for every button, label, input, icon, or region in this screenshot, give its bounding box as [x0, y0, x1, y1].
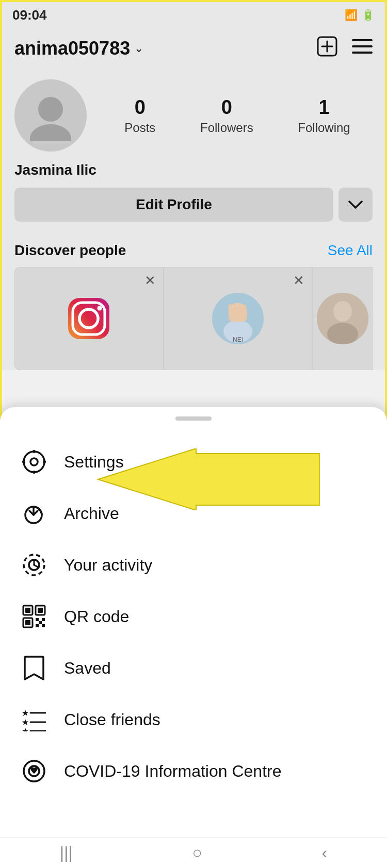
signal-icon: 📶	[345, 9, 358, 21]
covid-label: COVID-19 Information Centre	[64, 762, 282, 781]
settings-label: Settings	[64, 453, 124, 472]
close-friends-label: Close friends	[64, 710, 160, 729]
svg-rect-42	[25, 620, 30, 625]
profile-section: 0 Posts 0 Followers 1 Following Jasmina …	[2, 69, 385, 242]
svg-point-29	[22, 460, 25, 463]
svg-point-7	[30, 124, 71, 141]
discover-card-2[interactable]: ✕ NEI	[164, 267, 313, 370]
settings-icon	[21, 448, 47, 475]
see-all-link[interactable]: See All	[328, 242, 373, 259]
svg-rect-38	[25, 608, 30, 613]
svg-rect-43	[36, 618, 39, 621]
username-dropdown-arrow[interactable]: ⌄	[134, 42, 143, 55]
display-name: Jasmina Ilic	[14, 162, 373, 178]
stats-row: 0 Posts 0 Followers 1 Following	[102, 96, 373, 135]
your-activity-icon	[21, 552, 47, 578]
close-card-1[interactable]: ✕	[144, 273, 156, 289]
posts-label: Posts	[124, 121, 155, 135]
following-stat[interactable]: 1 Following	[298, 96, 350, 135]
close-card-2[interactable]: ✕	[293, 273, 304, 289]
svg-rect-45	[36, 624, 39, 627]
discover-section: Discover people See All ✕	[2, 242, 385, 370]
svg-point-23	[327, 323, 358, 344]
card-avatar-2: NEI	[212, 293, 264, 344]
menu-item-saved[interactable]: Saved	[0, 642, 387, 694]
bottom-sheet: Settings Archive Your activity	[0, 407, 387, 837]
qr-code-icon	[21, 603, 47, 630]
svg-rect-44	[42, 618, 45, 621]
svg-marker-48	[22, 710, 28, 716]
discover-cards: ✕ ✕	[14, 267, 373, 370]
menu-item-settings[interactable]: Settings	[0, 436, 387, 488]
svg-marker-52	[22, 728, 28, 731]
saved-icon	[21, 655, 47, 681]
menu-item-close-friends[interactable]: Close friends	[0, 694, 387, 745]
archive-icon	[21, 500, 47, 527]
status-icons: 📶 🔋	[345, 9, 375, 21]
svg-point-25	[24, 452, 44, 472]
bottom-nav: ||| ○ ‹	[0, 837, 387, 868]
avatar[interactable]	[14, 79, 87, 152]
qr-code-label: QR code	[64, 607, 129, 626]
username-area[interactable]: anima050783 ⌄	[14, 38, 143, 59]
nav-icons	[317, 36, 373, 61]
top-nav: anima050783 ⌄	[2, 28, 385, 69]
profile-top: 0 Posts 0 Followers 1 Following	[14, 79, 373, 152]
status-bar: 09:04 📶 🔋	[2, 2, 385, 28]
menu-item-qr-code[interactable]: QR code	[0, 591, 387, 642]
svg-rect-17	[229, 304, 232, 313]
svg-rect-19	[238, 304, 241, 313]
svg-point-11	[98, 306, 102, 311]
svg-point-27	[33, 450, 36, 453]
following-count: 1	[318, 96, 329, 119]
svg-point-28	[33, 471, 36, 474]
followers-stat[interactable]: 0 Followers	[200, 96, 253, 135]
profile-buttons: Edit Profile	[14, 188, 373, 222]
add-post-icon[interactable]	[317, 36, 337, 61]
svg-point-6	[38, 97, 63, 122]
svg-rect-46	[42, 624, 45, 627]
archive-label: Archive	[64, 504, 119, 523]
discover-card-3[interactable]	[312, 267, 373, 370]
svg-line-36	[34, 565, 38, 567]
profile-options-button[interactable]	[338, 188, 373, 222]
menu-item-archive[interactable]: Archive	[0, 488, 387, 539]
username-label: anima050783	[14, 38, 130, 59]
following-label: Following	[298, 121, 350, 135]
discover-card-1[interactable]: ✕	[14, 267, 164, 370]
back-button[interactable]: ‹	[321, 843, 327, 862]
edit-profile-button[interactable]: Edit Profile	[14, 188, 333, 222]
svg-marker-50	[22, 719, 28, 725]
posts-count: 0	[135, 96, 146, 119]
covid-icon	[21, 758, 47, 784]
home-button[interactable]: ○	[192, 843, 202, 862]
saved-label: Saved	[64, 659, 111, 678]
menu-item-covid[interactable]: COVID-19 Information Centre	[0, 745, 387, 797]
sheet-handle	[175, 416, 212, 421]
hamburger-menu-icon[interactable]	[352, 38, 373, 59]
posts-stat[interactable]: 0 Posts	[124, 96, 155, 135]
svg-point-26	[30, 458, 38, 465]
recent-apps-button[interactable]: |||	[60, 843, 73, 862]
svg-point-30	[43, 460, 46, 463]
your-activity-label: Your activity	[64, 556, 152, 575]
status-time: 09:04	[12, 7, 47, 23]
svg-rect-18	[233, 303, 237, 313]
svg-rect-47	[39, 621, 42, 624]
svg-rect-20	[243, 305, 246, 313]
svg-text:NEI: NEI	[233, 336, 243, 343]
close-friends-icon	[21, 706, 47, 733]
discover-header: Discover people See All	[14, 242, 373, 259]
svg-rect-8	[68, 298, 109, 339]
discover-title: Discover people	[14, 242, 126, 259]
followers-label: Followers	[200, 121, 253, 135]
svg-rect-40	[38, 608, 43, 613]
menu-item-your-activity[interactable]: Your activity	[0, 539, 387, 591]
followers-count: 0	[221, 96, 232, 119]
battery-icon: 🔋	[362, 9, 375, 21]
svg-point-24	[333, 301, 352, 322]
